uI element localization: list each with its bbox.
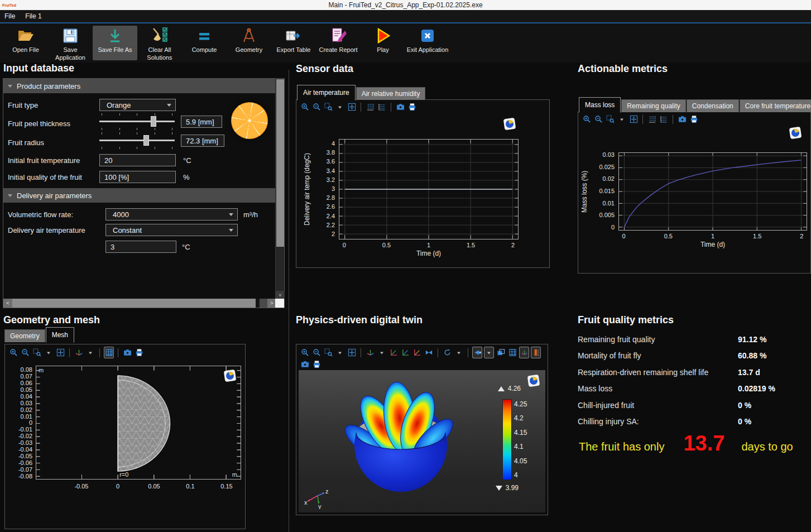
view-yz-icon[interactable] — [400, 348, 410, 357]
export-table-button[interactable]: Export Table — [271, 26, 316, 60]
zoom-box-icon[interactable] — [605, 114, 615, 124]
section-header-delivery[interactable]: Delivery air parameters — [3, 188, 275, 203]
scene-light-icon[interactable] — [472, 347, 482, 358]
zoom-extents-icon[interactable] — [628, 114, 639, 124]
zoom-in-icon[interactable] — [300, 348, 310, 357]
environment-icon[interactable] — [496, 348, 506, 357]
print-icon[interactable] — [689, 114, 699, 124]
tab[interactable]: Air temperature — [297, 85, 356, 100]
view-xz-icon[interactable] — [412, 348, 422, 357]
caret-icon[interactable] — [377, 348, 387, 357]
compass-icon — [240, 27, 258, 45]
caret-icon[interactable] — [85, 348, 95, 357]
air-temp-value-unit: °C — [182, 243, 190, 251]
section-header-product[interactable]: Product parameters — [3, 79, 275, 93]
geometry-button[interactable]: Geometry — [227, 26, 271, 60]
zoom-in-icon[interactable] — [300, 102, 310, 112]
mass-loss-chart-area[interactable] — [618, 152, 807, 231]
zoom-box-icon[interactable] — [323, 348, 333, 357]
snapshot-icon[interactable] — [677, 114, 687, 124]
create-report-button[interactable]: Create Report — [316, 26, 361, 60]
open-file-button[interactable]: Open File — [3, 26, 48, 60]
slider-thumb[interactable] — [143, 135, 149, 146]
fruit-radius-slider[interactable] — [99, 131, 175, 150]
clear-all-solutions-button[interactable]: Clear All Solutions — [137, 26, 182, 62]
slider-thumb[interactable] — [151, 116, 156, 127]
metric-row: Chilling injury SA: 0 % — [578, 414, 807, 430]
grid-icon[interactable] — [104, 347, 114, 358]
grid-icon[interactable] — [507, 348, 517, 357]
peel-thickness-value[interactable]: 5.9 [mm] — [181, 116, 222, 128]
axis-orientation-icon[interactable] — [74, 348, 84, 357]
axis-orientation-icon[interactable] — [365, 348, 375, 357]
zoom-out-icon[interactable] — [311, 348, 321, 357]
axes-icon[interactable] — [519, 347, 529, 358]
x-grid-icon[interactable] — [647, 114, 657, 124]
zoom-out-icon[interactable] — [311, 102, 321, 112]
print-icon[interactable] — [311, 360, 321, 369]
save-application-button[interactable]: Save Application — [48, 26, 93, 62]
zoom-out-icon[interactable] — [593, 114, 603, 124]
zoom-box-icon[interactable] — [32, 348, 42, 357]
metric-value: 0 % — [738, 401, 751, 410]
sensor-data-tabs: Air temperatureAir relative humidity — [297, 85, 426, 100]
print-icon[interactable] — [407, 102, 417, 112]
snapshot-icon[interactable] — [300, 360, 310, 369]
y-grid-icon[interactable] — [659, 114, 669, 124]
legend-icon[interactable] — [531, 347, 541, 358]
fruit-type-select[interactable]: Orange — [99, 99, 176, 111]
initial-temp-field[interactable]: 20 — [99, 154, 176, 166]
initial-temp-unit: °C — [183, 156, 191, 165]
compute-button[interactable]: Compute — [182, 26, 227, 60]
peel-thickness-slider[interactable] — [99, 112, 175, 131]
scroll-left-button[interactable]: < — [3, 299, 12, 308]
scrollbar-thumb[interactable] — [276, 79, 284, 247]
caret-icon[interactable] — [44, 348, 54, 357]
snapshot-icon[interactable] — [395, 102, 405, 112]
caret-icon[interactable] — [454, 348, 464, 357]
snapshot-icon[interactable] — [122, 348, 132, 357]
tab[interactable]: Geometry — [4, 329, 45, 342]
comsol-logo — [789, 127, 802, 139]
zoom-in-icon[interactable] — [582, 114, 592, 124]
play-button[interactable]: Play — [361, 26, 405, 60]
zoom-out-icon[interactable] — [20, 348, 30, 357]
caret-icon[interactable] — [335, 348, 345, 357]
caret-icon[interactable] — [617, 114, 627, 124]
horizontal-scrollbar[interactable]: < > — [3, 299, 276, 308]
tab[interactable]: Condensation — [687, 99, 739, 112]
sensor-chart-area[interactable] — [339, 139, 519, 239]
caret-icon[interactable] — [484, 347, 494, 358]
tab[interactable]: Mass loss — [579, 97, 621, 113]
flow-rate-select[interactable]: 4000 — [105, 208, 238, 221]
view-xy-icon[interactable] — [388, 348, 399, 357]
zoom-extents-icon[interactable] — [347, 348, 357, 357]
zoom-in-icon[interactable] — [8, 348, 18, 357]
y-grid-icon[interactable] — [377, 102, 387, 112]
perspective-icon[interactable] — [424, 348, 434, 357]
save-file-as-button[interactable]: Save File As — [93, 26, 137, 60]
twin-3d-viewport[interactable]: 4.26 4.254.24.154.14.054 3.99 x y z — [299, 370, 545, 512]
tab[interactable]: Mesh — [46, 327, 74, 343]
caret-icon[interactable] — [335, 102, 345, 112]
rotate-icon[interactable] — [442, 348, 452, 357]
tab[interactable]: Remaining quality — [621, 99, 685, 112]
zoom-extents-icon[interactable] — [347, 102, 357, 112]
tab[interactable]: Core fruit temperature — [740, 99, 811, 112]
fruit-radius-value[interactable]: 72.3 [mm] — [181, 135, 224, 147]
air-temp-value-field[interactable]: 3 — [105, 241, 176, 253]
air-temp-select[interactable]: Constant — [105, 224, 238, 236]
tab[interactable]: Air relative humidity — [356, 87, 426, 100]
mesh-plot-area[interactable]: r=0 m m — [36, 366, 241, 480]
print-icon[interactable] — [134, 348, 144, 357]
x-axis-label: Time (d) — [618, 241, 807, 248]
menu-item[interactable]: File — [4, 12, 15, 20]
scrollbar-thumb[interactable] — [12, 299, 256, 308]
menu-item[interactable]: File 1 — [25, 12, 41, 20]
exit-application-button[interactable]: Exit Application — [405, 26, 450, 60]
initial-quality-field[interactable]: 100 [%] — [99, 171, 176, 183]
x-grid-icon[interactable] — [365, 102, 375, 112]
vertical-scrollbar[interactable]: ˅ — [275, 79, 284, 300]
zoom-extents-icon[interactable] — [55, 348, 65, 357]
zoom-box-icon[interactable] — [323, 102, 333, 112]
